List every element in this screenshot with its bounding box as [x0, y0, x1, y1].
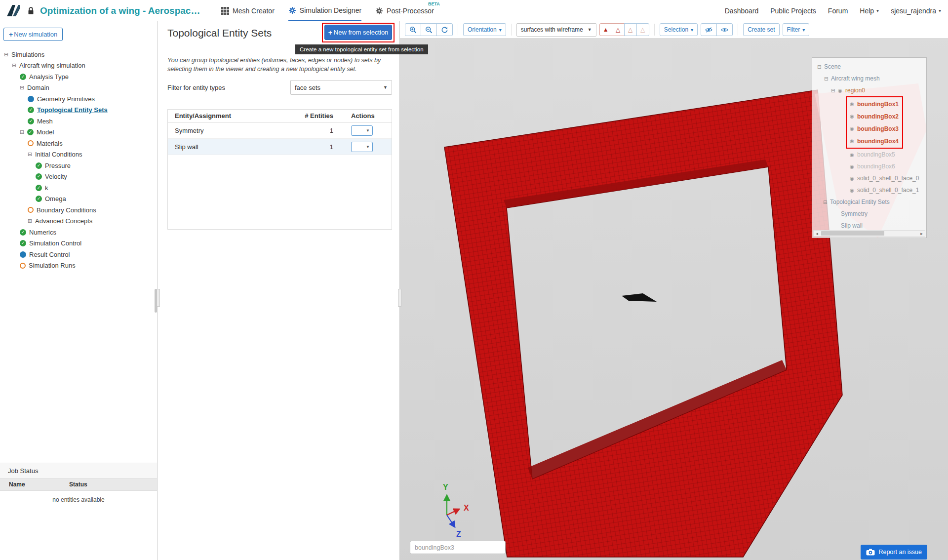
row-actions-select[interactable]: ▼ [351, 142, 373, 152]
sidebar-resize-handle[interactable] [157, 289, 160, 307]
status-info-icon [28, 96, 34, 102]
eye-icon[interactable]: ◉ [850, 114, 857, 119]
simscale-logo-icon[interactable] [5, 2, 22, 19]
sidebar-item-model[interactable]: ⊟✓Model [0, 127, 155, 138]
scroll-right-icon[interactable]: ▸ [918, 231, 925, 236]
sidebar-item-omega[interactable]: ✓Omega [0, 194, 155, 205]
table-row[interactable]: Slip wall 1 ▼ [168, 139, 392, 155]
sidebar-item-mesh[interactable]: ✓Mesh [0, 116, 155, 127]
sidebar-item-initial-conditions[interactable]: ⊟Initial Conditions [0, 149, 155, 160]
scene-tree-scrollbar[interactable]: ◂ ▸ [813, 230, 925, 237]
report-issue-button[interactable]: Report an issue [861, 545, 927, 560]
eye-icon[interactable]: ◉ [850, 188, 857, 193]
eye-icon[interactable]: ◉ [850, 101, 857, 107]
collapse-icon[interactable]: ⊟ [20, 129, 27, 135]
sidebar-item-numerics[interactable]: ✓Numerics [0, 227, 155, 238]
sidebar-item-topological-entity-sets[interactable]: ✓Topological Entity Sets [0, 105, 155, 116]
eye-icon[interactable]: ◉ [838, 88, 845, 93]
sidebar-item-advanced-concepts[interactable]: ⊞Advanced Concepts [0, 216, 155, 227]
sidebar-item-materials[interactable]: Materials [0, 138, 155, 149]
selection-menu-button[interactable]: Selection▾ [660, 23, 698, 36]
scene-item-boundingbox5[interactable]: ◉boundingBox5 [812, 149, 926, 160]
scene-item-face1[interactable]: ◉solid_0_shell_0_face_1 [812, 184, 926, 196]
status-ok-icon: ✓ [20, 229, 26, 236]
sidebar-item-analysis-type[interactable]: ✓Analysis Type [0, 71, 155, 82]
scene-item-topological-entity-sets[interactable]: ⊟Topological Entity Sets [812, 196, 926, 208]
project-title[interactable]: Optimization of a wing - Aerospac… [40, 5, 200, 16]
scene-item-boundingbox3[interactable]: ◉boundingBox3 [847, 122, 902, 135]
nav-link-dashboard[interactable]: Dashboard [725, 7, 759, 15]
collapse-icon[interactable]: ⊟ [20, 84, 27, 91]
sidebar-item-simulation-runs[interactable]: Simulation Runs [0, 260, 155, 272]
entity-type-select[interactable]: face sets ▼ [290, 80, 392, 95]
collapse-icon[interactable]: ⊟ [823, 200, 830, 205]
scene-item-aircraft-wing-mesh[interactable]: ⊟Aircraft wing mesh [812, 73, 926, 84]
filter-menu-button[interactable]: Filter▾ [783, 23, 810, 36]
tab-post-processor[interactable]: BETA Post-Processor [375, 0, 434, 21]
scene-item-face0[interactable]: ◉solid_0_shell_0_face_0 [812, 172, 926, 184]
scroll-left-icon[interactable]: ◂ [814, 231, 820, 236]
viewport-3d[interactable]: Y X Z Report an issue ⊟Scene ⊟Aircraft w… [400, 38, 948, 560]
collapse-icon[interactable]: ⊟ [28, 151, 35, 158]
bounding-box-frame-mesh[interactable] [444, 90, 842, 557]
mesh-quality-3-button[interactable]: △ [624, 23, 637, 36]
zoom-in-button[interactable] [405, 23, 421, 36]
sidebar-item-result-control[interactable]: Result Control [0, 249, 155, 260]
orientation-menu-button[interactable]: Orientation▾ [463, 23, 506, 36]
collapse-icon[interactable]: ⊟ [824, 76, 831, 81]
create-set-button[interactable]: Create set [743, 23, 779, 36]
eye-icon[interactable]: ◉ [850, 138, 857, 144]
wing-geometry[interactable] [622, 293, 657, 302]
scene-tree-panel: ⊟Scene ⊟Aircraft wing mesh ⊟◉region0 ◉bo… [812, 57, 927, 238]
tab-mesh-creator[interactable]: Mesh Creator [221, 0, 275, 21]
scene-item-region0[interactable]: ⊟◉region0 [812, 84, 926, 96]
nav-link-public-projects[interactable]: Public Projects [770, 7, 816, 15]
mesh-quality-4-button[interactable]: △ [636, 23, 649, 36]
eye-icon[interactable]: ◉ [850, 176, 857, 181]
scene-item-symmetry[interactable]: Symmetry [812, 208, 926, 220]
table-row[interactable]: Symmetry 1 ▼ [168, 122, 392, 139]
zoom-out-button[interactable] [421, 23, 437, 36]
sidebar-item-velocity[interactable]: ✓Velocity [0, 171, 155, 183]
scene-item-boundingbox2[interactable]: ◉boundingBox2 [847, 110, 902, 122]
render-mode-select[interactable]: surfaces with wireframe ▼ [516, 23, 596, 37]
sidebar-item-geometry-primitives[interactable]: Geometry Primitives [0, 93, 155, 105]
row-actions-select[interactable]: ▼ [351, 125, 373, 136]
mesh-quality-2-button[interactable]: △ [612, 23, 625, 36]
sidebar-item-boundary-conditions[interactable]: Boundary Conditions [0, 204, 155, 216]
eye-icon[interactable]: ◉ [850, 164, 857, 169]
collapse-icon[interactable]: ⊟ [12, 62, 19, 69]
new-from-selection-button[interactable]: + New from selection [324, 25, 392, 40]
scene-item-scene[interactable]: ⊟Scene [812, 61, 926, 73]
collapse-icon[interactable]: ⊟ [4, 51, 11, 58]
eye-icon[interactable]: ◉ [850, 152, 857, 158]
show-selection-button[interactable] [716, 23, 733, 36]
sidebar-item-aircraft-wing-simulation[interactable]: ⊟Aircraft wing simulation [0, 60, 155, 72]
sidebar-item-domain[interactable]: ⊟Domain [0, 82, 155, 94]
nav-help-menu[interactable]: Help▾ [860, 7, 879, 15]
reset-view-button[interactable] [436, 23, 453, 36]
nav-link-forum[interactable]: Forum [828, 7, 848, 15]
sidebar-item-simulations[interactable]: ⊟Simulations [0, 49, 155, 60]
viewer-toolbar: Orientation▾ surfaces with wireframe ▼ ▲… [400, 21, 948, 38]
eye-icon[interactable]: ◉ [850, 126, 857, 131]
panel-resize-handle[interactable] [398, 289, 401, 307]
mesh-quality-1-button[interactable]: ▲ [599, 23, 612, 36]
sidebar-item-pressure[interactable]: ✓Pressure [0, 160, 155, 171]
scene-item-boundingbox6[interactable]: ◉boundingBox6 [812, 160, 926, 172]
new-simulation-button[interactable]: + New simulation [3, 28, 63, 41]
tab-simulation-designer[interactable]: Simulation Designer [288, 0, 361, 21]
nav-user-menu[interactable]: sjesu_rajendra▾ [891, 7, 941, 15]
scene-item-boundingbox4[interactable]: ◉boundingBox4 [847, 135, 902, 147]
collapse-icon[interactable]: ⊟ [831, 88, 838, 93]
entity-sets-table: Entity/Assignment # Entities Actions Sym… [167, 109, 392, 230]
collapse-icon[interactable]: ⊟ [817, 64, 824, 70]
scrollbar-thumb[interactable] [821, 231, 884, 236]
hide-selection-button[interactable] [701, 23, 717, 36]
scene-item-boundingbox1[interactable]: ◉boundingBox1 [847, 98, 902, 110]
sidebar-item-simulation-control[interactable]: ✓Simulation Control [0, 238, 155, 249]
sidebar-item-k[interactable]: ✓k [0, 182, 155, 194]
expand-icon[interactable]: ⊞ [28, 218, 35, 224]
axis-z-label: Z [456, 530, 461, 538]
entity-name-input[interactable] [410, 541, 506, 554]
